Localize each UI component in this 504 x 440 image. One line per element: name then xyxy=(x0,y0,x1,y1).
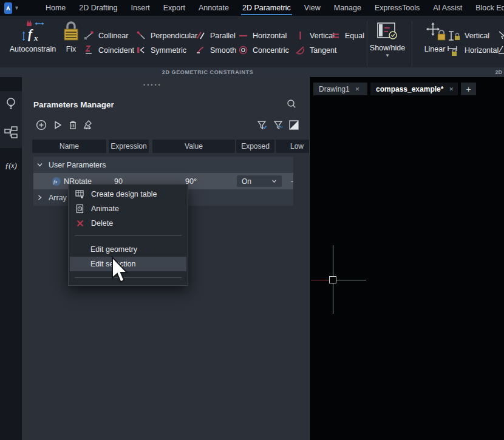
contrast-square-icon[interactable] xyxy=(288,120,299,130)
menu-home[interactable]: Home xyxy=(46,0,66,16)
clipped-angular-icon xyxy=(498,45,504,54)
crosshair-x-axis-red xyxy=(311,280,329,280)
collinear-button[interactable]: Collinear xyxy=(84,30,128,41)
exposed-value: On xyxy=(242,177,251,186)
column-header-name[interactable]: Name xyxy=(32,140,106,153)
menu-item-create-design-table[interactable]: Create design table xyxy=(70,187,186,201)
panel-title: Parameters Manager xyxy=(33,100,114,109)
menu-view[interactable]: View xyxy=(304,0,321,16)
menu-insert[interactable]: Insert xyxy=(131,0,150,16)
horizontal-label: Horizontal xyxy=(253,32,287,40)
fix-button[interactable]: Fix xyxy=(58,21,84,53)
showhide-icon xyxy=(376,22,398,41)
column-header-exposed[interactable]: Exposed xyxy=(236,140,274,153)
coincident-icon xyxy=(84,45,94,55)
structure-tree-icon[interactable] xyxy=(4,126,18,140)
svg-text:f: f xyxy=(28,27,33,41)
equal-label: Equal xyxy=(345,32,364,40)
menu-item-delete[interactable]: Delete xyxy=(70,216,186,231)
autoconstrain-icon: f x xyxy=(19,21,46,42)
chevron-down-icon[interactable]: ▼ xyxy=(14,5,19,11)
filter-wave-icon[interactable] xyxy=(273,120,284,130)
linear-button[interactable]: Linear xyxy=(419,22,451,53)
showhide-caret-icon[interactable]: ▼ xyxy=(385,53,390,58)
symmetric-icon xyxy=(136,45,146,55)
menu-separator xyxy=(75,277,182,278)
tangent-icon xyxy=(295,45,305,55)
smooth-button[interactable]: Smooth xyxy=(196,45,236,55)
dim-vertical-label: Vertical xyxy=(465,32,489,40)
menu-manage[interactable]: Manage xyxy=(334,0,361,16)
menu-item-animate[interactable]: Animate xyxy=(70,201,186,216)
chevron-down-icon[interactable] xyxy=(36,161,43,168)
menu-expresstools[interactable]: ExpressTools xyxy=(375,0,420,16)
exposed-dropdown[interactable]: On xyxy=(237,175,282,187)
menu-item-label: Animate xyxy=(91,205,119,213)
fix-lock-icon xyxy=(62,21,80,42)
menu-export[interactable]: Export xyxy=(163,0,185,16)
bricscad-logo-icon xyxy=(4,4,12,12)
group-row-user-parameters[interactable]: User Parameters xyxy=(33,157,293,173)
menu-item-edit-selection[interactable]: Edit selection xyxy=(70,257,186,271)
menu-ai-assist[interactable]: AI Assist xyxy=(433,0,462,16)
menu-separator xyxy=(75,235,182,236)
tips-lightbulb-icon[interactable] xyxy=(4,96,18,111)
parameters-fx-tab[interactable]: ƒ(x) xyxy=(0,156,22,175)
menu-item-edit-geometry[interactable]: Edit geometry xyxy=(70,242,186,257)
perpendicular-button[interactable]: Perpendicular xyxy=(136,30,197,41)
column-header-expression[interactable]: Expression xyxy=(109,140,149,153)
app-logo-button[interactable] xyxy=(4,2,12,14)
drawing-canvas[interactable]: Drawing1 ✕ compass_example* ✕ + xyxy=(309,77,504,440)
tab-label: compass_example* xyxy=(376,85,443,93)
menu-2d-parametric[interactable]: 2D Parametric xyxy=(242,0,291,16)
vertical-button[interactable]: Vertical xyxy=(295,30,335,41)
tab-compass-example[interactable]: compass_example* ✕ xyxy=(370,83,458,95)
geometric-constraints-group-label: 2D GEOMETRIC CONSTRAINTS xyxy=(162,69,253,75)
perpendicular-icon xyxy=(136,30,146,41)
svg-text:fx: fx xyxy=(53,178,58,184)
horizontal-button[interactable]: Horizontal xyxy=(238,30,287,41)
add-parameter-icon[interactable] xyxy=(36,120,47,130)
symmetric-button[interactable]: Symmetric xyxy=(136,45,186,55)
equal-button[interactable]: Equal xyxy=(330,30,364,41)
param-trailing: - xyxy=(291,177,293,186)
menu-annotate[interactable]: Annotate xyxy=(199,0,229,16)
menu-item-label: Delete xyxy=(91,219,113,228)
menu-2d-drafting[interactable]: 2D Drafting xyxy=(79,0,117,16)
chevron-right-icon[interactable] xyxy=(36,194,43,201)
perpendicular-label: Perpendicular xyxy=(151,32,197,40)
play-animate-icon[interactable] xyxy=(52,120,63,130)
filter-check-icon[interactable] xyxy=(257,120,268,130)
column-header-low[interactable]: Low xyxy=(276,140,309,153)
menu-item-label: Create design table xyxy=(91,190,157,198)
coincident-label: Coincident xyxy=(98,46,134,55)
cleanup-brush-icon[interactable] xyxy=(83,120,94,130)
symmetric-label: Symmetric xyxy=(151,46,186,55)
dim-vertical-button[interactable]: Vertical xyxy=(447,30,489,41)
dim-horizontal-button[interactable]: Horizontal xyxy=(447,45,499,55)
panel-search-icon[interactable] xyxy=(287,99,296,109)
clipped-aligned-icon xyxy=(498,30,504,39)
showhide-button[interactable]: Show/hide ▼ xyxy=(369,22,406,58)
linear-icon xyxy=(423,22,447,42)
close-icon[interactable]: ✕ xyxy=(355,86,360,92)
menubar: ▼ Home 2D Drafting Insert Export Annotat… xyxy=(0,0,504,16)
panel-drag-handle[interactable]: ••••• xyxy=(143,82,162,88)
dim-horizontal-label: Horizontal xyxy=(465,46,499,55)
parallel-icon xyxy=(196,30,206,41)
tangent-button[interactable]: Tangent xyxy=(295,45,336,55)
menu-block-editor[interactable]: Block Editor xyxy=(475,0,504,16)
column-header-value[interactable]: Value xyxy=(152,140,235,153)
coincident-button[interactable]: Coincident xyxy=(84,45,134,55)
animate-icon xyxy=(75,204,85,214)
parallel-button[interactable]: Parallel xyxy=(196,30,236,41)
autoconstrain-button[interactable]: f x Autoconstrain xyxy=(5,21,61,53)
close-icon[interactable]: ✕ xyxy=(449,86,454,92)
concentric-button[interactable]: Concentric xyxy=(238,45,289,55)
new-tab-button[interactable]: + xyxy=(461,83,476,95)
delete-parameter-icon[interactable] xyxy=(67,120,78,130)
parallel-label: Parallel xyxy=(210,32,236,40)
tab-drawing1[interactable]: Drawing1 ✕ xyxy=(313,83,367,95)
concentric-icon xyxy=(238,45,248,55)
parameter-fx-icon: fx xyxy=(52,177,61,186)
